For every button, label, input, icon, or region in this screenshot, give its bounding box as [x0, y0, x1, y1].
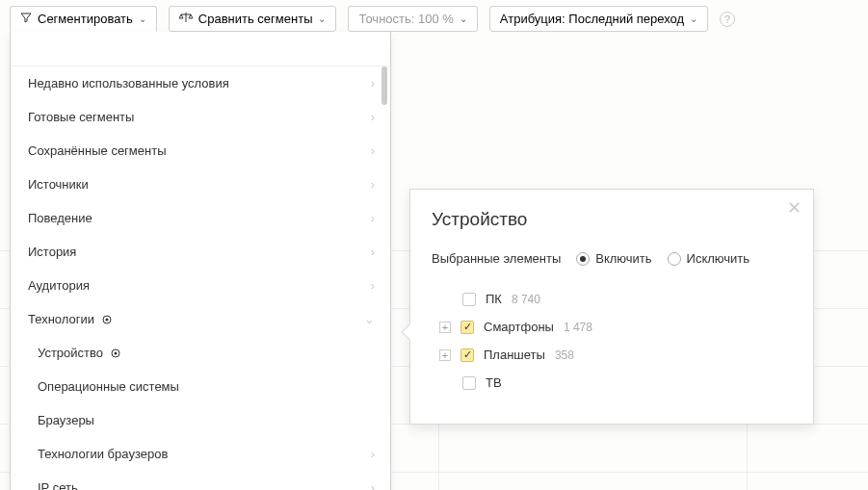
- accuracy-label: Точность: 100 %: [358, 12, 453, 26]
- expand-icon[interactable]: +: [439, 322, 451, 333]
- device-name: ТВ: [486, 375, 502, 390]
- segments-list: Недавно использованные условия › Готовые…: [11, 66, 390, 490]
- radio-icon: [668, 252, 681, 266]
- device-row-smartphones: + Смартфоны 1 478: [439, 313, 792, 341]
- segment-button-label: Сегментировать: [38, 12, 133, 26]
- device-row-pc: ПК 8 740: [439, 285, 792, 313]
- segments-item-label: Источники: [28, 177, 89, 192]
- segments-item-label: Операционные системы: [38, 379, 179, 394]
- chevron-right-icon: ›: [371, 278, 375, 293]
- chevron-right-icon: ›: [371, 76, 375, 90]
- segments-item-label: IP сеть: [38, 480, 78, 490]
- radio-icon: [576, 252, 590, 266]
- segments-item-ready[interactable]: Готовые сегменты ›: [11, 100, 390, 134]
- segments-sub-browser-tech[interactable]: Технологии браузеров ›: [11, 437, 390, 471]
- balance-icon: [179, 12, 193, 26]
- chevron-down-icon: ⌄: [364, 312, 375, 326]
- chevron-right-icon: ›: [371, 177, 375, 192]
- segment-button[interactable]: Сегментировать ⌄: [10, 6, 157, 32]
- checkbox[interactable]: [462, 293, 476, 306]
- segments-item-sources[interactable]: Источники ›: [11, 168, 390, 201]
- checkbox[interactable]: [460, 321, 474, 334]
- scrollbar-thumb[interactable]: [381, 66, 387, 105]
- chevron-right-icon: ›: [371, 245, 375, 259]
- segments-sub-browsers[interactable]: Браузеры: [11, 403, 390, 437]
- svg-point-3: [115, 351, 118, 354]
- segments-item-history[interactable]: История ›: [11, 235, 390, 269]
- help-icon[interactable]: ?: [720, 12, 735, 27]
- segments-item-label: Готовые сегменты: [28, 110, 134, 124]
- segments-sub-device[interactable]: Устройство: [11, 336, 390, 370]
- segments-dropdown: Недавно использованные условия › Готовые…: [10, 32, 391, 490]
- device-count: 358: [555, 348, 574, 362]
- chevron-down-icon: ⌄: [139, 13, 146, 24]
- active-dot-icon: [111, 348, 120, 358]
- segments-item-label: Технологии браузеров: [38, 447, 168, 461]
- device-name: Смартфоны: [484, 320, 554, 334]
- segments-item-label: История: [28, 245, 76, 259]
- attribution-button[interactable]: Атрибуция: Последний переход ⌄: [489, 6, 708, 32]
- segments-item-technology[interactable]: Технологии ⌄: [11, 302, 390, 336]
- segments-item-label: Браузеры: [38, 413, 94, 427]
- device-count: 8 740: [512, 293, 540, 306]
- segments-technology-children: Устройство Операционные системы Браузеры…: [11, 336, 390, 490]
- attribution-label: Атрибуция: Последний переход: [500, 12, 684, 26]
- compare-segments-label: Сравнить сегменты: [198, 12, 313, 26]
- segments-sub-ip[interactable]: IP сеть ›: [11, 471, 390, 490]
- segments-item-label: Недавно использованные условия: [28, 76, 229, 90]
- expand-icon[interactable]: +: [439, 349, 451, 361]
- exclude-radio[interactable]: Исключить: [668, 251, 750, 266]
- chevron-down-icon: ⌄: [690, 13, 697, 24]
- segments-item-behavior[interactable]: Поведение ›: [11, 201, 390, 235]
- chevron-right-icon: ›: [371, 447, 375, 461]
- segments-sub-os[interactable]: Операционные системы: [11, 370, 390, 403]
- device-name: Планшеты: [484, 348, 545, 362]
- device-name: ПК: [486, 292, 502, 306]
- active-dot-icon: [102, 315, 112, 324]
- segments-item-label: Технологии: [28, 312, 94, 326]
- selected-elements-label: Выбранные элементы: [432, 251, 561, 266]
- include-radio[interactable]: Включить: [576, 251, 651, 266]
- segments-item-label: Поведение: [28, 211, 92, 225]
- device-popover: ✕ Устройство Выбранные элементы Включить…: [409, 189, 814, 425]
- segments-item-label: Сохранённые сегменты: [28, 143, 167, 158]
- chevron-right-icon: ›: [371, 143, 375, 158]
- chevron-right-icon: ›: [371, 211, 375, 225]
- svg-point-1: [106, 318, 109, 321]
- accuracy-button[interactable]: Точность: 100 % ⌄: [348, 6, 477, 32]
- checkbox[interactable]: [460, 348, 474, 362]
- segments-item-label: Аудитория: [28, 278, 90, 293]
- popover-title: Устройство: [432, 209, 792, 230]
- device-list: ПК 8 740 + Смартфоны 1 478 + Планшеты 35…: [432, 285, 792, 397]
- compare-segments-button[interactable]: Сравнить сегменты ⌄: [169, 6, 337, 32]
- segments-item-saved[interactable]: Сохранённые сегменты ›: [11, 134, 390, 168]
- chevron-right-icon: ›: [371, 480, 375, 490]
- filter-icon: [20, 12, 32, 26]
- device-row-tv: ТВ: [439, 369, 792, 397]
- segments-item-recent[interactable]: Недавно использованные условия ›: [11, 66, 390, 100]
- exclude-radio-label: Исключить: [687, 251, 750, 266]
- include-radio-label: Включить: [595, 251, 651, 266]
- checkbox[interactable]: [462, 376, 476, 390]
- chevron-down-icon: ⌄: [318, 13, 326, 24]
- close-icon[interactable]: ✕: [787, 199, 802, 217]
- chevron-down-icon: ⌄: [460, 13, 467, 24]
- device-count: 1 478: [564, 321, 592, 334]
- selection-mode-row: Выбранные элементы Включить Исключить: [432, 251, 792, 266]
- segments-search[interactable]: [11, 32, 390, 66]
- segments-item-audience[interactable]: Аудитория ›: [11, 269, 390, 302]
- chevron-right-icon: ›: [371, 110, 375, 124]
- segments-item-label: Устройство: [38, 346, 103, 360]
- device-row-tablets: + Планшеты 358: [439, 341, 792, 369]
